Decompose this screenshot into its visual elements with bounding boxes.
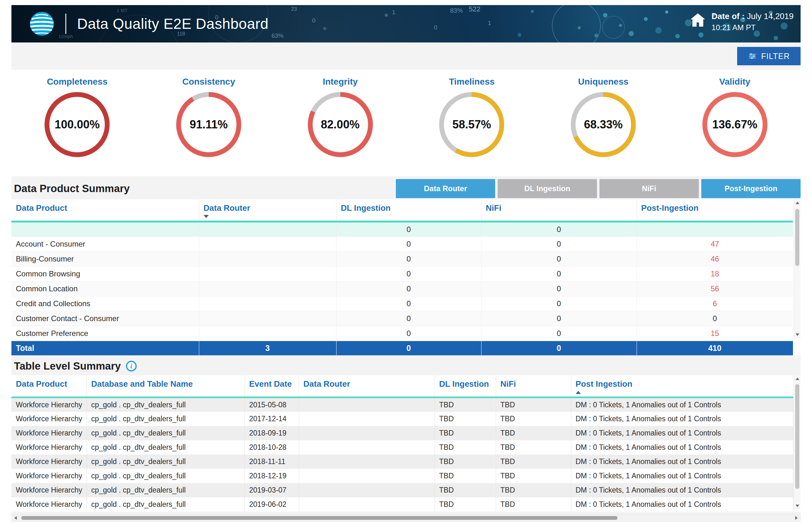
vertical-scrollbar[interactable] (794, 375, 800, 509)
cell: 0 (637, 311, 793, 326)
column-header-data-router[interactable]: Data Router (299, 375, 435, 397)
scrollbar-thumb[interactable] (795, 384, 799, 489)
column-label: Database and Table Name (91, 379, 193, 389)
column-header-nifi[interactable]: NiFi (496, 375, 571, 397)
cell: 0 (481, 251, 637, 266)
cell (299, 454, 435, 469)
cell: TBD (435, 397, 496, 412)
column-label: Post-Ingestion (641, 203, 699, 213)
tab-dl-ingestion[interactable]: DL Ingestion (498, 179, 597, 198)
table-row[interactable]: Credit and Collections 0 0 6 (12, 296, 793, 311)
gauge-label: Completeness (36, 77, 118, 87)
total-nifi: 0 (481, 341, 637, 355)
table-row[interactable]: Workforce Hierarchy cp_gold . cp_dtv_dea… (12, 440, 793, 454)
data-product-summary-table: Data Product Data Router DL Ingestion Ni… (12, 199, 800, 355)
cell: TBD (496, 440, 571, 454)
cell: Workforce Hierarchy (12, 497, 87, 511)
cell: Workforce Hierarchy (12, 469, 87, 483)
table-row[interactable]: Account - Consumer 0 0 47 (12, 236, 793, 251)
column-label: DL Ingestion (341, 203, 391, 213)
cell: cp_gold . cp_dtv_dealers_full (87, 440, 245, 454)
table-row[interactable]: Customer Contact - Consumer 0 0 0 (12, 311, 793, 326)
table-level-summary-title: Table Level Summary (12, 360, 121, 372)
table-row[interactable]: 0 0 (12, 221, 793, 236)
filter-button[interactable]: FILTER (737, 47, 800, 65)
column-header-dl-ingestion[interactable]: DL Ingestion (336, 199, 481, 221)
table-header-row: Data Product Data Router DL Ingestion Ni… (12, 199, 793, 221)
cell: TBD (435, 412, 496, 426)
cell: 0 (481, 236, 637, 251)
table-row[interactable]: Workforce Hierarchy cp_gold . cp_dtv_dea… (12, 412, 793, 426)
cell: DM : 0 Tickets, 1 Anomalies out of 1 Con… (571, 426, 793, 440)
cell: Account - Consumer (12, 236, 199, 251)
cell: cp_gold . cp_dtv_dealers_full (87, 426, 245, 440)
column-header-post-ingestion[interactable]: Post-Ingestion (637, 199, 793, 221)
gauge-value: 58.57% (438, 91, 505, 158)
cell: 2015-05-08 (245, 397, 299, 412)
column-header-database-table[interactable]: Database and Table Name (87, 375, 245, 397)
scrollbar-thumb[interactable] (795, 209, 799, 266)
scroll-up-button[interactable] (794, 199, 801, 206)
column-header-dl-ingestion[interactable]: DL Ingestion (435, 375, 496, 397)
column-header-data-router[interactable]: Data Router (199, 199, 336, 221)
cell: DM : 0 Tickets, 1 Anomalies out of 1 Con… (571, 440, 793, 454)
tab-data-router[interactable]: Data Router (396, 179, 495, 198)
cell: Billing-Consumer (12, 251, 199, 266)
column-header-data-product[interactable]: Data Product (12, 375, 87, 397)
home-icon[interactable] (690, 13, 705, 26)
scroll-up-button[interactable] (794, 375, 801, 382)
table-row[interactable]: Workforce Hierarchy cp_gold . cp_dtv_dea… (12, 454, 793, 469)
cell: 56 (637, 281, 793, 296)
scroll-down-button[interactable] (794, 502, 801, 509)
decor-text: 0 (312, 17, 316, 24)
cell: TBD (496, 426, 571, 440)
gauge-validity: Validity 136.67% (694, 77, 776, 176)
column-header-nifi[interactable]: NiFi (481, 199, 637, 221)
scroll-left-button[interactable] (12, 515, 19, 521)
column-label: Data Router (204, 203, 250, 213)
cell (199, 251, 336, 266)
scrollbar-thumb[interactable] (21, 516, 618, 520)
gauge-label: Validity (694, 77, 776, 87)
cell (299, 483, 435, 497)
gauge-timeliness: Timeliness 58.57% (430, 77, 513, 176)
tab-post-ingestion[interactable]: Post-Ingestion (701, 179, 800, 198)
cell (299, 426, 435, 440)
horizontal-scrollbar[interactable] (12, 514, 800, 522)
column-label: Data Router (303, 379, 350, 389)
table-row[interactable]: Customer Preference 0 0 15 (12, 326, 793, 341)
table-row[interactable]: Workforce Hierarchy cp_gold . cp_dtv_dea… (12, 397, 793, 412)
column-header-data-product[interactable]: Data Product (12, 199, 199, 221)
cell: 0 (481, 326, 637, 341)
cell: 2019-06-02 (245, 497, 299, 511)
cell: 0 (336, 251, 481, 266)
total-post-ingestion: 410 (637, 341, 793, 355)
table-row[interactable]: Common Location 0 0 56 (12, 281, 793, 296)
vertical-scrollbar[interactable] (794, 199, 800, 338)
scroll-right-button[interactable] (793, 515, 800, 521)
table-row[interactable]: Workforce Hierarchy cp_gold . cp_dtv_dea… (12, 497, 793, 511)
cell: 2018-11-11 (245, 454, 299, 469)
gauge-label: Consistency (167, 77, 250, 87)
column-header-post-ingestion[interactable]: Post Ingestion (571, 375, 793, 397)
scroll-down-button[interactable] (794, 331, 801, 338)
cell (637, 221, 793, 236)
table-row[interactable]: Billing-Consumer 0 0 46 (12, 251, 793, 266)
column-header-event-date[interactable]: Event Date (245, 375, 299, 397)
table-row[interactable]: Common Browsing 0 0 18 (12, 266, 793, 281)
cell: cp_gold . cp_dtv_dealers_full (87, 483, 245, 497)
cell (199, 221, 336, 236)
cell: DM : 0 Tickets, 1 Anomalies out of 1 Con… (571, 469, 793, 483)
decor-circle (602, 16, 625, 39)
tab-nifi[interactable]: NiFi (599, 179, 699, 198)
info-icon[interactable]: i (126, 361, 137, 372)
table-row[interactable]: Workforce Hierarchy cp_gold . cp_dtv_dea… (12, 426, 793, 440)
gauge-uniqueness: Uniqueness 68.33% (562, 77, 645, 176)
table-row[interactable]: Workforce Hierarchy cp_gold . cp_dtv_dea… (12, 469, 793, 483)
banner-right-group: Date of : July 14,2019 10:21 AM PT (690, 12, 794, 32)
gauge-value: 68.33% (570, 91, 637, 158)
cell: 46 (637, 251, 793, 266)
decor-text: 1 (392, 9, 395, 16)
decor-text: 63% (271, 32, 284, 39)
table-row[interactable]: Workforce Hierarchy cp_gold . cp_dtv_dea… (12, 483, 793, 497)
